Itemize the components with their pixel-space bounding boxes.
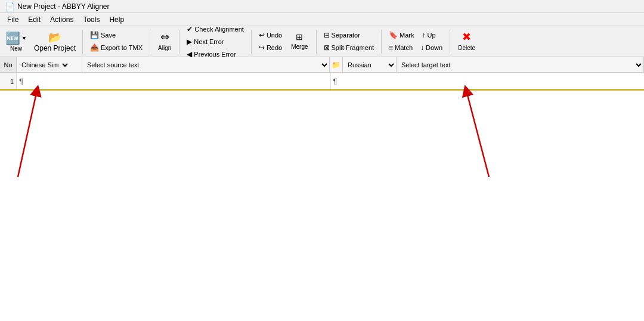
split-fragment-icon: ⊠ — [324, 43, 330, 52]
check-alignment-icon: ✔ — [187, 25, 193, 33]
mark-icon: 🔖 — [389, 31, 398, 39]
column-header: No Chinese Sim Chinese Tra English Russi… — [0, 57, 644, 73]
source-text-dropdown[interactable]: Select source text — [82, 60, 329, 70]
toolbar-sep-3 — [179, 30, 179, 54]
new-button[interactable]: 🆕 ▼ New — [2, 28, 30, 55]
mark-label: Mark — [400, 32, 414, 39]
prev-error-label: Previous Error — [194, 51, 236, 58]
separator-label: Separator — [332, 32, 360, 39]
check-group: ✔ Check Alignment ▶ Next Error ◀ Previou… — [183, 23, 247, 60]
toolbar-sep-2 — [150, 30, 150, 54]
app-icon: 📄 — [5, 2, 15, 11]
row-target-cell[interactable]: ¶ — [331, 73, 645, 89]
save-export-group: 💾 Save 📤 Export to TMX — [86, 29, 146, 54]
arrows-overlay — [0, 73, 644, 321]
down-button[interactable]: ↓ Down — [417, 42, 446, 54]
open-project-button[interactable]: 📂 Open Project — [31, 28, 79, 55]
toolbar-sep-5 — [316, 30, 317, 54]
undo-redo-group: ↩ Undo ↪ Redo — [255, 29, 286, 54]
col-no-header: No — [0, 57, 17, 72]
undo-button[interactable]: ↩ Undo — [255, 29, 286, 41]
down-icon: ↓ — [420, 43, 424, 52]
redo-label: Redo — [267, 44, 282, 51]
align-button[interactable]: ⇔ Align — [154, 28, 175, 55]
export-tmx-button[interactable]: 📤 Export to TMX — [86, 42, 146, 54]
export-tmx-label: Export to TMX — [101, 44, 143, 51]
source-pilcrow: ¶ — [19, 77, 23, 86]
align-label: Align — [158, 45, 171, 52]
undo-icon: ↩ — [259, 31, 265, 39]
mark-button[interactable]: 🔖 Mark — [385, 29, 417, 41]
separator-button[interactable]: ⊟ Separator — [320, 29, 364, 41]
open-project-label: Open Project — [34, 44, 76, 52]
new-chevron-icon: ▼ — [21, 35, 27, 41]
new-icon: 🆕 — [5, 31, 20, 45]
target-language-dropdown[interactable]: Russian English Chinese Sim — [344, 60, 396, 70]
save-label: Save — [101, 32, 116, 39]
check-alignment-button[interactable]: ✔ Check Alignment — [183, 23, 247, 35]
export-tmx-icon: 📤 — [90, 43, 99, 52]
save-icon: 💾 — [90, 31, 99, 39]
title-bar: 📄 New Project - ABBYY Aligner — [0, 0, 644, 13]
down-label: Down — [426, 44, 442, 51]
up-button[interactable]: ↑ Up — [419, 29, 439, 41]
source-text-select-container[interactable]: Select source text — [82, 57, 330, 72]
menu-tools[interactable]: Tools — [78, 14, 104, 25]
next-error-label: Next Error — [194, 38, 224, 45]
merge-button[interactable]: ⊞ Merge — [287, 28, 312, 55]
target-text-select-container[interactable]: Select target text — [397, 57, 644, 72]
source-language-dropdown[interactable]: Chinese Sim Chinese Tra English Russian — [18, 60, 70, 70]
delete-icon: ✖ — [462, 31, 471, 44]
match-button[interactable]: ≡ Match — [385, 42, 416, 54]
content-area: 1 ¶ ¶ — [0, 73, 644, 321]
redo-icon: ↪ — [259, 43, 265, 52]
next-error-button[interactable]: ▶ Next Error — [183, 36, 227, 48]
toolbar: 🆕 ▼ New 📂 Open Project 💾 Save 📤 Expor — [0, 26, 644, 57]
menu-bar: File Edit Actions Tools Help — [0, 13, 644, 26]
target-text-dropdown[interactable]: Select target text — [397, 60, 643, 70]
align-icon: ⇔ — [160, 31, 169, 44]
table-row: 1 ¶ ¶ — [0, 73, 644, 91]
match-label: Match — [395, 44, 413, 51]
split-fragment-button[interactable]: ⊠ Split Fragment — [320, 42, 378, 54]
toolbar-sep-4 — [251, 30, 252, 54]
source-folder-icon: 📁 — [332, 61, 340, 69]
target-pilcrow: ¶ — [333, 77, 338, 86]
check-alignment-label: Check Alignment — [194, 26, 244, 33]
source-lang-select[interactable]: Chinese Sim Chinese Tra English Russian — [17, 57, 82, 72]
menu-file[interactable]: File — [2, 14, 23, 25]
menu-actions[interactable]: Actions — [45, 14, 78, 25]
delete-label: Delete — [458, 45, 475, 52]
row-number: 1 — [10, 78, 14, 85]
split-fragment-label: Split Fragment — [332, 44, 374, 51]
mark-match-group: 🔖 Mark ↑ Up ≡ Match ↓ Down — [385, 29, 446, 54]
merge-icon: ⊞ — [296, 32, 303, 42]
title-text: New Project - ABBYY Aligner — [17, 2, 110, 11]
row-source-cell[interactable]: ¶ — [17, 73, 331, 89]
up-label: Up — [428, 32, 436, 39]
next-error-icon: ▶ — [187, 38, 192, 46]
save-button[interactable]: 💾 Save — [86, 29, 119, 41]
row-no-cell: 1 — [0, 73, 17, 89]
svg-line-0 — [18, 91, 37, 177]
toolbar-sep-6 — [381, 30, 382, 54]
open-project-icon: 📂 — [48, 31, 61, 44]
undo-label: Undo — [267, 32, 282, 39]
source-folder-button[interactable]: 📁 — [330, 57, 343, 72]
delete-button[interactable]: ✖ Delete — [454, 28, 479, 55]
toolbar-sep-7 — [450, 30, 450, 54]
new-label: New — [10, 45, 22, 52]
separator-split-group: ⊟ Separator ⊠ Split Fragment — [320, 29, 378, 54]
redo-button[interactable]: ↪ Redo — [255, 42, 286, 54]
separator-icon: ⊟ — [324, 31, 330, 39]
merge-label: Merge — [291, 43, 308, 51]
menu-edit[interactable]: Edit — [23, 14, 45, 25]
match-icon: ≡ — [389, 43, 393, 52]
toolbar-sep-1 — [82, 30, 83, 54]
target-lang-select[interactable]: Russian English Chinese Sim — [343, 57, 397, 72]
svg-line-1 — [466, 91, 489, 177]
menu-help[interactable]: Help — [104, 14, 129, 25]
app-wrapper: 📄 New Project - ABBYY Aligner File Edit … — [0, 0, 644, 321]
up-icon: ↑ — [422, 31, 426, 39]
